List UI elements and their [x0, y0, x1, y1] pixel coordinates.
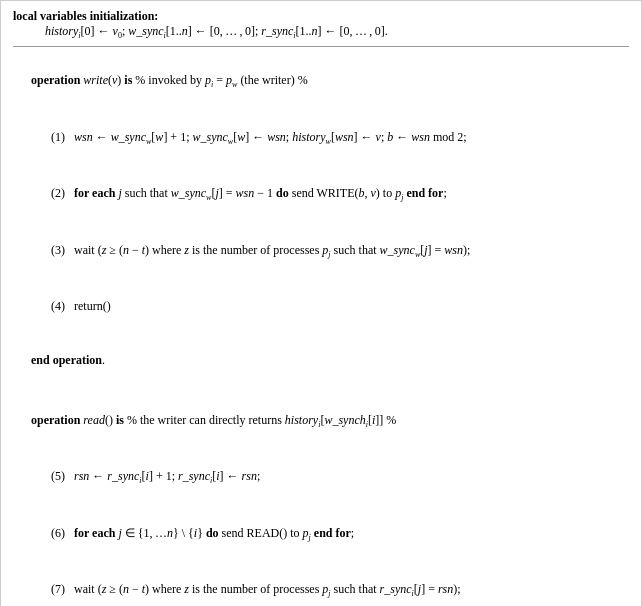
- read-line-7: (7) wait (z ≥ (n − t) where z is the num…: [33, 562, 629, 606]
- divider-1: [13, 46, 629, 47]
- init-label: local variables initialization:: [13, 9, 158, 23]
- write-line-2: (2) for each j such that w_syncw[j] = ws…: [33, 166, 629, 222]
- write-line-3: (3) wait (z ≥ (n − t) where z is the num…: [33, 223, 629, 279]
- read-line-6: (6) for each j ∈ {1, …n} \ {i} do send R…: [33, 506, 629, 562]
- write-footer: end operation.: [13, 333, 629, 387]
- write-header: operation write(v) is % invoked by pi = …: [13, 53, 629, 109]
- write-section: operation write(v) is % invoked by pi = …: [13, 53, 629, 387]
- read-header: operation read() is % the writer can dir…: [13, 393, 629, 449]
- read-line-5: (5) rsn ← r_synci[i] + 1; r_synci[i] ← r…: [33, 449, 629, 505]
- write-line-4: (4) return(): [33, 279, 629, 333]
- main-page: local variables initialization: historyi…: [0, 0, 642, 606]
- read-section: operation read() is % the writer can dir…: [13, 393, 629, 606]
- init-content: historyi[0] ← v0; w_synci[1..n] ← [0, … …: [33, 24, 388, 38]
- write-line-1: (1) wsn ← w_syncw[w] + 1; w_syncw[w] ← w…: [33, 110, 629, 166]
- init-section: local variables initialization: historyi…: [13, 9, 629, 40]
